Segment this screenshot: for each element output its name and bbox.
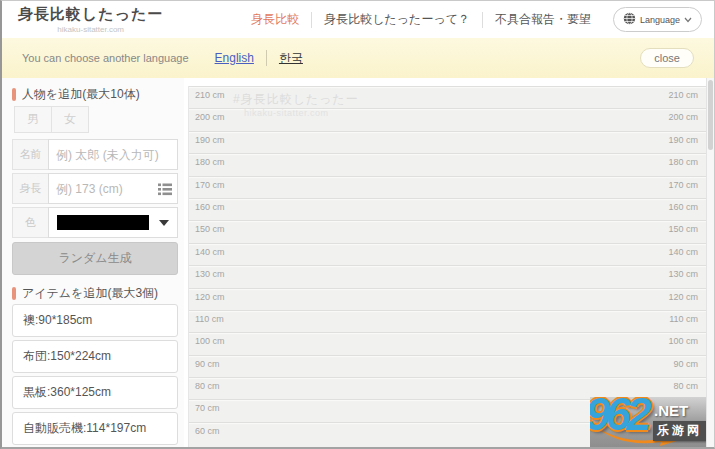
app-window: 身長比較したったー hikaku-sitatter.com 身長比較 身長比較し… bbox=[0, 0, 715, 449]
logo-number: 962 bbox=[590, 397, 647, 441]
section-marker bbox=[12, 88, 16, 101]
tick-label-right: 140 cm bbox=[668, 247, 698, 265]
banner-close-button[interactable]: close bbox=[640, 48, 694, 68]
tick-label-right: 110 cm bbox=[669, 314, 698, 332]
gender-female-button[interactable]: 女 bbox=[51, 106, 89, 133]
logo-domain: .NET bbox=[654, 402, 688, 419]
gender-toggle: 男 女 bbox=[14, 106, 184, 133]
nav-height-compare[interactable]: 身長比較 bbox=[239, 11, 311, 28]
language-button-label: Language bbox=[640, 15, 680, 25]
tick-label-left: 120 cm bbox=[195, 292, 225, 310]
tick-label-left: 70 cm bbox=[195, 403, 220, 421]
tick-label-left: 180 cm bbox=[195, 157, 225, 175]
height-chart: 210 cm 210 cm 200 cm 200 cm 190 cm 190 c… bbox=[188, 86, 706, 447]
item-button[interactable]: 黒板:360*125cm bbox=[12, 376, 178, 409]
grid-row: 110 cm 110 cm bbox=[189, 310, 706, 332]
color-swatch bbox=[57, 215, 149, 230]
banner-message: You can choose another language bbox=[22, 52, 189, 64]
item-button[interactable]: 襖:90*185cm bbox=[12, 304, 178, 337]
tick-label-right: 160 cm bbox=[668, 202, 698, 220]
tick-label-left: 130 cm bbox=[195, 269, 225, 287]
grid-row: 200 cm 200 cm bbox=[189, 108, 706, 130]
tick-label-left: 60 cm bbox=[195, 426, 220, 444]
tick-label-right: 90 cm bbox=[673, 359, 698, 377]
header: 身長比較したったー hikaku-sitatter.com 身長比較 身長比較し… bbox=[2, 1, 714, 38]
tick-label-left: 110 cm bbox=[195, 314, 224, 332]
height-presets-list-icon[interactable] bbox=[158, 182, 172, 200]
item-button[interactable]: 自動販売機:114*197cm bbox=[12, 412, 178, 445]
chevron-down-icon bbox=[684, 15, 692, 25]
tick-label-left: 210 cm bbox=[195, 90, 225, 108]
grid-row: 160 cm 160 cm bbox=[189, 198, 706, 220]
sidebar: 人物を追加(最大10体) 男 女 名前 身長 色 bbox=[2, 78, 184, 447]
grid-row: 190 cm 190 cm bbox=[189, 131, 706, 153]
grid-row: 140 cm 140 cm bbox=[189, 243, 706, 265]
logo-site-name: 乐游网 bbox=[653, 421, 706, 441]
site-url: hikaku-sitatter.com bbox=[57, 25, 124, 34]
section-marker bbox=[12, 287, 16, 300]
header-nav: 身長比較 身長比較したったーって？ 不具合報告・要望 Language bbox=[239, 1, 702, 38]
grid-row: 180 cm 180 cm bbox=[189, 153, 706, 175]
gender-male-button[interactable]: 男 bbox=[14, 106, 52, 133]
color-row: 色 bbox=[12, 207, 178, 238]
chart-grid: 210 cm 210 cm 200 cm 200 cm 190 cm 190 c… bbox=[189, 86, 706, 444]
tick-label-right: 100 cm bbox=[668, 336, 698, 354]
grid-row: 150 cm 150 cm bbox=[189, 220, 706, 242]
nav-feedback[interactable]: 不具合報告・要望 bbox=[483, 11, 603, 28]
name-label: 名前 bbox=[12, 139, 48, 170]
content-area: 人物を追加(最大10体) 男 女 名前 身長 色 bbox=[2, 78, 714, 447]
tick-label-left: 200 cm bbox=[195, 112, 225, 130]
tick-label-right: 130 cm bbox=[668, 269, 698, 287]
tick-label-left: 140 cm bbox=[195, 247, 225, 265]
page-title: 身長比較したったー bbox=[18, 5, 163, 24]
banner-divider bbox=[266, 50, 267, 66]
grid-row: 130 cm 130 cm bbox=[189, 265, 706, 287]
vertical-scrollbar[interactable] bbox=[706, 78, 714, 447]
item-list: 襖:90*185cm布団:150*224cm黒板:360*125cm自動販売機:… bbox=[12, 304, 184, 445]
korean-link[interactable]: 한국 bbox=[279, 50, 303, 67]
tick-label-left: 100 cm bbox=[195, 336, 225, 354]
item-section-header: アイテムを追加(最大3個) bbox=[12, 285, 184, 301]
scrollbar-thumb[interactable] bbox=[708, 80, 713, 150]
grid-row: 170 cm 170 cm bbox=[189, 176, 706, 198]
height-row: 身長 bbox=[12, 173, 178, 204]
height-label: 身長 bbox=[12, 173, 48, 204]
person-section-header: 人物を追加(最大10体) bbox=[12, 86, 184, 102]
name-input[interactable] bbox=[48, 139, 178, 170]
tick-label-right: 150 cm bbox=[668, 224, 698, 242]
tick-label-left: 160 cm bbox=[195, 202, 225, 220]
tick-label-right: 190 cm bbox=[668, 135, 698, 153]
name-row: 名前 bbox=[12, 139, 178, 170]
tick-label-left: 80 cm bbox=[195, 381, 220, 399]
tick-label-right: 200 cm bbox=[668, 112, 698, 130]
color-label: 色 bbox=[12, 207, 48, 238]
tick-label-left: 90 cm bbox=[195, 359, 220, 377]
item-section-title: アイテムを追加(最大3個) bbox=[22, 285, 158, 302]
english-link[interactable]: English bbox=[215, 51, 254, 65]
random-generate-button[interactable]: ランダム生成 bbox=[12, 242, 178, 275]
site-logo[interactable]: 身長比較したったー hikaku-sitatter.com bbox=[14, 5, 163, 34]
caret-down-icon bbox=[159, 220, 169, 226]
tick-label-left: 190 cm bbox=[195, 135, 225, 153]
nav-about[interactable]: 身長比較したったーって？ bbox=[312, 11, 482, 28]
grid-row: 210 cm 210 cm bbox=[189, 86, 706, 108]
grid-row: 90 cm 90 cm bbox=[189, 355, 706, 377]
tick-label-right: 120 cm bbox=[668, 292, 698, 310]
962net-watermark: 962 .NET 乐游网 bbox=[590, 397, 706, 447]
grid-row: 100 cm 100 cm bbox=[189, 332, 706, 354]
globe-icon bbox=[623, 12, 636, 27]
tick-label-right: 180 cm bbox=[668, 157, 698, 175]
tick-label-left: 170 cm bbox=[195, 180, 225, 198]
tick-label-right: 170 cm bbox=[668, 180, 698, 198]
language-button[interactable]: Language bbox=[613, 7, 702, 32]
language-banner: You can choose another language English … bbox=[2, 38, 714, 78]
tick-label-right: 210 cm bbox=[668, 90, 698, 108]
color-select[interactable] bbox=[48, 207, 178, 238]
grid-row: 120 cm 120 cm bbox=[189, 288, 706, 310]
person-section-title: 人物を追加(最大10体) bbox=[22, 86, 140, 103]
tick-label-left: 150 cm bbox=[195, 224, 225, 242]
item-button[interactable]: 布団:150*224cm bbox=[12, 340, 178, 373]
